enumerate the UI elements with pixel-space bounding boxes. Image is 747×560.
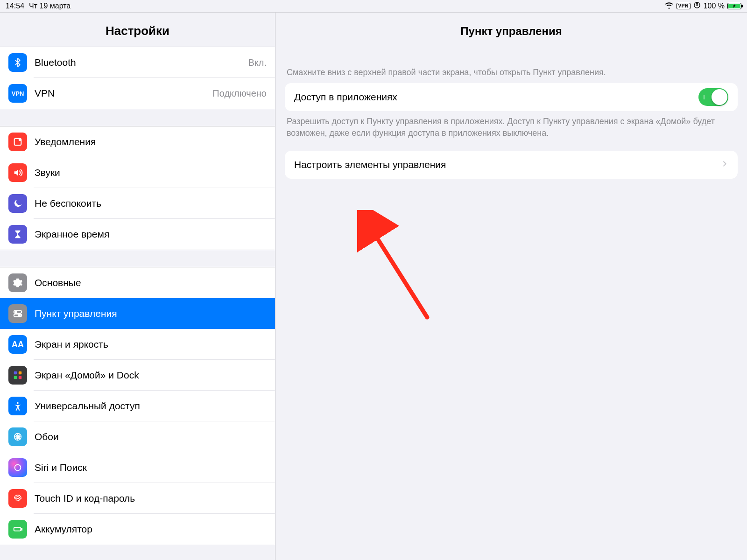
detail-hint-below: Разрешить доступ к Пункту управления в п…	[285, 111, 738, 150]
battery-settings-icon	[8, 520, 27, 539]
moon-icon	[8, 194, 27, 213]
status-bar: 14:54 Чт 19 марта VPN 100 %	[0, 0, 747, 12]
sidebar-item-label: Не беспокоить	[35, 198, 267, 209]
bluetooth-icon	[8, 53, 27, 72]
sidebar-item-label: Основные	[35, 277, 267, 288]
svg-point-2	[19, 139, 21, 141]
sidebar-item-home-dock[interactable]: Экран «Домой» и Dock	[0, 360, 275, 391]
chevron-right-icon	[721, 160, 728, 169]
svg-rect-15	[14, 527, 21, 531]
text-size-icon: AA	[8, 335, 27, 354]
sidebar-item-bluetooth[interactable]: Bluetooth Вкл.	[0, 47, 275, 78]
vpn-badge: VPN	[677, 3, 691, 9]
sidebar-group-general: Основные Пункт управления AA Экран и ярк…	[0, 267, 275, 545]
sidebar-item-display[interactable]: AA Экран и яркость	[0, 329, 275, 360]
sidebar-item-dnd[interactable]: Не беспокоить	[0, 188, 275, 219]
svg-rect-9	[14, 376, 17, 379]
sidebar-item-label: Bluetooth	[35, 57, 248, 68]
settings-sidebar[interactable]: Настройки Bluetooth Вкл. VPN VPN Подключ…	[0, 13, 275, 560]
wifi-icon	[664, 0, 674, 12]
siri-icon	[8, 458, 27, 477]
gear-icon	[8, 273, 27, 292]
sidebar-item-sounds[interactable]: Звуки	[0, 157, 275, 188]
toggle-switch[interactable]: I	[698, 88, 728, 106]
sidebar-item-accessibility[interactable]: Универсальный доступ	[0, 391, 275, 421]
sidebar-item-wallpaper[interactable]: Обои	[0, 421, 275, 452]
sidebar-item-label: Touch ID и код-пароль	[35, 493, 267, 504]
sidebar-item-label: Звуки	[35, 167, 267, 178]
sidebar-item-label: Siri и Поиск	[35, 462, 267, 473]
sidebar-item-battery[interactable]: Аккумулятор	[0, 514, 275, 545]
action-label: Настроить элементы управления	[294, 159, 721, 170]
sidebar-item-label: Обои	[35, 431, 267, 442]
sidebar-item-touchid[interactable]: Touch ID и код-пароль	[0, 483, 275, 514]
dock-icon	[8, 366, 27, 385]
hourglass-icon	[8, 225, 27, 244]
vpn-icon: VPN	[8, 84, 27, 103]
sidebar-group-connectivity: Bluetooth Вкл. VPN VPN Подключено	[0, 47, 275, 109]
sidebar-item-label: Экранное время	[35, 229, 267, 240]
svg-point-14	[15, 465, 21, 471]
svg-point-6	[19, 315, 21, 316]
svg-point-4	[15, 311, 17, 313]
toggle-card: Доступ в приложениях I	[285, 83, 738, 111]
sounds-icon	[8, 163, 27, 182]
orientation-lock-icon	[693, 1, 701, 11]
sidebar-item-vpn[interactable]: VPN VPN Подключено	[0, 78, 275, 109]
sidebar-item-siri[interactable]: Siri и Поиск	[0, 452, 275, 483]
detail-hint-top: Смахните вниз с верхней правой части экр…	[285, 46, 738, 83]
notifications-icon	[8, 133, 27, 151]
sidebar-item-label: Экран и яркость	[35, 339, 267, 350]
svg-rect-10	[19, 376, 21, 379]
status-date: Чт 19 марта	[29, 2, 70, 10]
sidebar-item-screentime[interactable]: Экранное время	[0, 219, 275, 250]
detail-title: Пункт управления	[275, 13, 747, 46]
touchid-icon	[8, 489, 27, 508]
sidebar-item-label: Экран «Домой» и Dock	[35, 370, 267, 381]
sidebar-item-label: Универсальный доступ	[35, 400, 267, 412]
sidebar-item-general[interactable]: Основные	[0, 267, 275, 298]
sidebar-group-notifications: Уведомления Звуки Не беспокоить Экранное…	[0, 126, 275, 250]
sidebar-item-status: Подключено	[212, 88, 267, 99]
action-customize-controls[interactable]: Настроить элементы управления	[285, 151, 738, 179]
sidebar-item-label: Пункт управления	[35, 308, 267, 319]
svg-rect-7	[14, 371, 17, 374]
sidebar-item-status: Вкл.	[248, 57, 267, 68]
sidebar-item-label: VPN	[35, 88, 212, 99]
accessibility-icon	[8, 397, 27, 415]
control-center-icon	[8, 304, 27, 323]
sidebar-item-label: Аккумулятор	[35, 524, 267, 535]
sidebar-item-notifications[interactable]: Уведомления	[0, 126, 275, 157]
battery-percent: 100 %	[704, 2, 725, 10]
action-card: Настроить элементы управления	[285, 151, 738, 179]
sidebar-item-control-center[interactable]: Пункт управления	[0, 298, 275, 329]
status-time: 14:54	[6, 2, 24, 10]
svg-rect-8	[19, 371, 21, 374]
battery-icon	[727, 3, 741, 9]
svg-rect-16	[21, 528, 22, 530]
wallpaper-icon	[8, 427, 27, 446]
detail-pane: Пункт управления Смахните вниз с верхней…	[275, 13, 747, 560]
toggle-row-access[interactable]: Доступ в приложениях I	[285, 83, 738, 111]
svg-point-11	[17, 402, 19, 404]
toggle-label: Доступ в приложениях	[294, 91, 698, 103]
sidebar-item-label: Уведомления	[35, 136, 267, 147]
sidebar-title: Настройки	[0, 13, 275, 47]
